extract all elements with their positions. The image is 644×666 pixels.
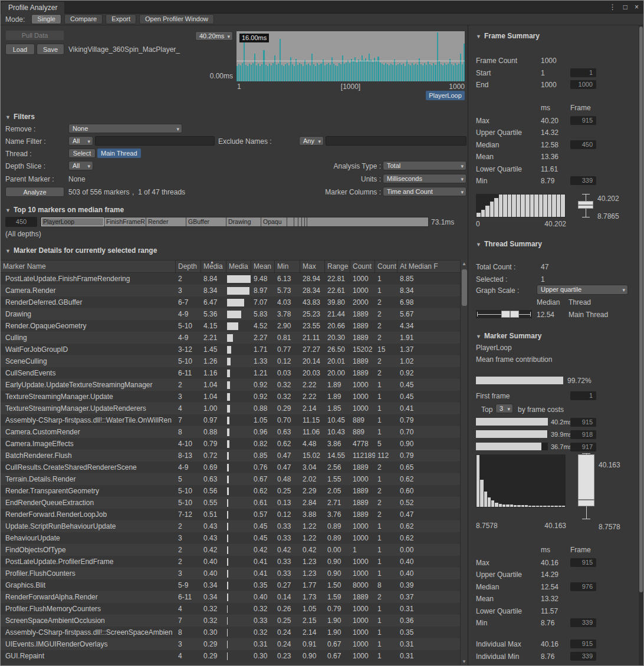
marker-columns-dropdown[interactable]: Time and Count▾ <box>383 187 466 196</box>
maximize-icon[interactable]: □ <box>623 3 627 11</box>
table-row[interactable]: Update.ScriptRunBehaviourUpdate20.430.45… <box>1 520 460 532</box>
units-dropdown[interactable]: Milliseconds▾ <box>383 174 466 183</box>
top10-bar[interactable]: PlayerLoopFinishFrameRRenderGBufferDrawi… <box>41 217 429 227</box>
depth-slice-dropdown[interactable]: All▾ <box>68 161 93 170</box>
scroll-down-icon[interactable]: ▼ <box>461 659 468 664</box>
chart-scale-dropdown[interactable]: 40.20ms▾ <box>195 31 233 41</box>
name-filter-input[interactable] <box>95 136 215 146</box>
table-row[interactable]: Camera.Render38.348.975.7328.3422.611000… <box>1 285 460 296</box>
frame-badge[interactable]: 915 <box>570 116 596 125</box>
exclude-mode-dropdown[interactable]: Any▾ <box>299 136 324 146</box>
table-row[interactable]: BatchRenderer.Flush8-130.720.850.4715.02… <box>1 450 460 461</box>
mode-compare-button[interactable]: Compare <box>64 14 103 24</box>
frame-badge[interactable]: 917 <box>570 443 596 451</box>
name-filter-mode-dropdown[interactable]: All▾ <box>68 136 93 146</box>
open-profiler-window-button[interactable]: Open Profiler Window <box>139 14 214 24</box>
frame-badge[interactable]: 976 <box>570 582 596 591</box>
load-button[interactable]: Load <box>5 44 35 55</box>
column-header[interactable]: Media▲ <box>201 261 226 272</box>
top10-segment[interactable] <box>307 217 429 226</box>
thread-summary-header[interactable]: ▼Thread Summary <box>476 240 542 248</box>
table-row[interactable]: TextureStreamingManager.Update31.040.920… <box>1 391 460 403</box>
scroll-up-icon[interactable]: ▲ <box>461 261 468 266</box>
window-menu-icon[interactable]: ⋮ <box>609 3 616 11</box>
table-row[interactable]: PostLateUpdate.FinishFrameRendering28.84… <box>1 273 460 285</box>
remove-dropdown[interactable]: None▾ <box>68 124 182 133</box>
top10-segment[interactable]: Drawing <box>226 217 261 226</box>
analyze-button[interactable]: Analyze <box>5 187 64 197</box>
frame-badge[interactable]: 1000 <box>570 80 596 89</box>
table-row[interactable]: FindObjectsOfType20.420.420.420.420.0011… <box>1 544 460 556</box>
top10-segment[interactable]: GBuffer <box>186 217 226 226</box>
table-row[interactable]: RenderForward.RenderLoopJob7-120.510.570… <box>1 509 460 520</box>
save-button[interactable]: Save <box>37 44 64 55</box>
table-row[interactable]: RenderForwardAlpha.Render6-110.340.400.1… <box>1 591 460 603</box>
column-header[interactable]: Range <box>325 261 350 272</box>
frame-badge[interactable]: 918 <box>570 430 596 439</box>
column-header[interactable]: At Median F <box>397 261 460 272</box>
marker-details-section-header[interactable]: ▼Marker Details for currently selected r… <box>5 246 157 255</box>
table-row[interactable]: Render.TransparentGeometry5-100.560.620.… <box>1 485 460 497</box>
table-row[interactable]: UIEvents.IMGUIRenderOverlays30.290.310.2… <box>1 638 460 650</box>
table-row[interactable]: Culling4-92.212.270.8121.1120.30188921.9… <box>1 332 460 344</box>
column-header[interactable]: Depth <box>176 261 201 272</box>
thread-value-chip[interactable]: Main Thread <box>97 149 141 158</box>
graph-scale-dropdown[interactable]: Upper quartile▾ <box>537 285 628 295</box>
table-row[interactable]: Profiler.FlushMemoryCounters40.320.320.2… <box>1 603 460 615</box>
exclude-names-input[interactable] <box>326 136 466 146</box>
table-row[interactable]: WaitForJobGroupID3-121.451.710.7727.2726… <box>1 344 460 355</box>
pull-data-button[interactable]: Pull Data <box>5 30 64 41</box>
column-header[interactable]: Media <box>226 261 251 272</box>
table-row[interactable]: Profiler.FlushCounters30.400.410.331.230… <box>1 568 460 579</box>
analysis-type-dropdown[interactable]: Total▾ <box>383 161 466 170</box>
thread-name-value[interactable]: Main Thread <box>569 311 608 319</box>
table-row[interactable]: EarlyUpdate.UpdateTextureStreamingManage… <box>1 379 460 391</box>
frame-badge[interactable]: 915 <box>570 418 596 427</box>
top10-segment[interactable]: Opaqu <box>261 217 287 226</box>
column-header[interactable]: Count <box>350 261 375 272</box>
filters-section-header[interactable]: ▼Filters <box>5 113 35 121</box>
top10-segment[interactable] <box>287 217 294 226</box>
table-row[interactable]: EndRenderQueueExtraction5-100.550.610.13… <box>1 497 460 509</box>
thread-select-button[interactable]: Select <box>68 149 96 158</box>
frame-badge[interactable]: 339 <box>570 618 596 627</box>
table-row[interactable]: Camera.CustomRender80.880.960.6311.0610.… <box>1 426 460 438</box>
table-row[interactable]: BehaviourUpdate30.430.450.331.220.891000… <box>1 532 460 544</box>
mode-single-button[interactable]: Single <box>31 14 61 24</box>
table-row[interactable]: Render.OpaqueGeometry5-104.154.522.9023.… <box>1 320 460 332</box>
table-row[interactable]: Terrain.Details.Render50.630.670.482.021… <box>1 473 460 485</box>
table-row[interactable]: TextureStreamingManager.UpdateRenderers4… <box>1 403 460 414</box>
top10-section-header[interactable]: ▼Top 10 markers on median frame <box>5 206 124 214</box>
column-header[interactable]: Count Fra <box>375 261 397 272</box>
table-row[interactable]: ScreenSpaceAmbientOcclusion70.320.330.25… <box>1 615 460 627</box>
panel-scrollbar[interactable] <box>639 25 643 665</box>
marker-summary-header[interactable]: ▼Marker Summary <box>476 332 541 340</box>
frame-badge[interactable]: 915 <box>570 639 596 648</box>
column-header[interactable]: Marker Name <box>1 261 176 272</box>
frame-badge[interactable]: 339 <box>570 176 596 185</box>
column-header[interactable]: Mean <box>251 261 275 272</box>
table-row[interactable]: Camera.ImageEffects4-100.790.820.624.483… <box>1 438 460 450</box>
median-frame-badge[interactable]: 450 <box>5 217 37 227</box>
frame-badge[interactable]: 339 <box>570 652 596 661</box>
top-n-dropdown[interactable]: 3▾ <box>495 404 513 413</box>
frame-badge[interactable]: 450 <box>570 140 596 149</box>
tab-profile-analyzer[interactable]: Profile Analyzer <box>1 2 64 14</box>
table-row[interactable]: Assembly-CSharp-firstpass.dll!::WaterTil… <box>1 414 460 426</box>
table-row[interactable]: CullSendEvents6-111.161.210.0320.0320.00… <box>1 367 460 379</box>
table-scrollbar-thumb[interactable] <box>462 269 467 306</box>
frame-summary-header[interactable]: ▼Frame Summary <box>476 32 540 40</box>
column-header[interactable]: Min <box>275 261 300 272</box>
panel-scrollbar-thumb[interactable] <box>639 27 643 592</box>
table-row[interactable]: GUI.Repaint40.290.300.230.900.67100010.3… <box>1 650 460 662</box>
frame-badge[interactable]: 915 <box>570 558 596 567</box>
top10-segment[interactable] <box>294 217 298 226</box>
top10-segment[interactable]: FinishFrameR <box>104 217 146 226</box>
frame-badge[interactable]: 1 <box>570 391 596 400</box>
table-row[interactable]: CullResults.CreateSharedRendererScene4-9… <box>1 461 460 473</box>
table-row[interactable]: Assembly-CSharp-firstpass.dll!::ScreenSp… <box>1 627 460 638</box>
frame-badge[interactable]: 1 <box>570 68 596 77</box>
table-scrollbar[interactable]: ▲ ▼ <box>460 260 468 665</box>
column-header[interactable]: Max <box>300 261 325 272</box>
top10-segment[interactable]: PlayerLoop <box>41 217 104 226</box>
